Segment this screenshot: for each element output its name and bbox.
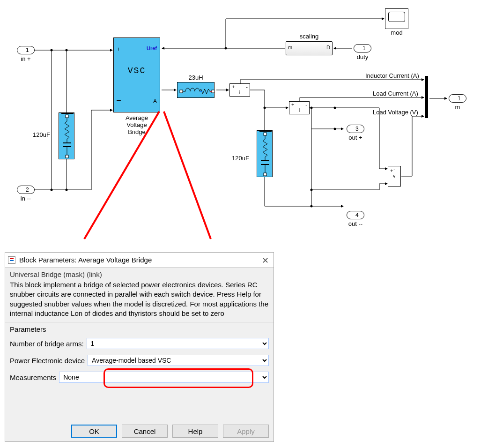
capacitor-output-label: 120uF	[232, 155, 249, 162]
outport-num: 3	[355, 125, 359, 133]
svg-point-2	[51, 189, 53, 191]
scaling-title: scaling	[286, 33, 333, 40]
scope-block[interactable]	[385, 8, 408, 29]
outport-out-plus-label: out +	[345, 134, 366, 141]
scaling-d-port: D	[326, 45, 330, 50]
bridge-arms-select[interactable]: 1	[87, 338, 269, 349]
sensor-symbol: i	[230, 90, 250, 95]
vsc-block[interactable]: + – Uref A VSC	[113, 37, 160, 112]
outport-num: 4	[355, 211, 359, 219]
scaling-m-port: m	[288, 45, 292, 50]
capacitor-output-block[interactable]	[257, 130, 273, 177]
outport-out-minus[interactable]: 4	[347, 211, 364, 219]
power-device-label: Power Electronic device	[10, 357, 85, 365]
svg-point-10	[225, 47, 227, 50]
inport-in-minus-label: in --	[17, 195, 35, 202]
capacitor-input-block[interactable]	[59, 112, 74, 159]
inductor-label: 23uH	[177, 74, 214, 81]
sensor-minus: -	[246, 84, 248, 90]
svg-point-8	[334, 107, 336, 109]
dialog-title: Block Parameters: Average Voltage Bridge	[19, 256, 152, 264]
outport-m[interactable]: 1	[449, 94, 466, 103]
sensor-plus: +	[291, 102, 294, 107]
dialog-titlebar[interactable]: Block Parameters: Average Voltage Bridge…	[5, 253, 274, 268]
inport-num: 1	[26, 46, 29, 54]
signal-label-load-voltage: Load Voltage (V)	[373, 109, 418, 116]
inport-in-minus[interactable]: 2	[17, 186, 35, 194]
signal-label-load-current: Load Current (A)	[373, 90, 418, 97]
vsc-port-uref: Uref	[147, 45, 157, 51]
voltage-sensor[interactable]: + v -	[388, 166, 401, 187]
svg-point-5	[311, 107, 313, 109]
svg-rect-11	[66, 115, 68, 118]
svg-point-1	[66, 49, 68, 52]
svg-point-6	[334, 128, 336, 130]
svg-point-9	[311, 189, 313, 191]
row-bridge-arms: Number of bridge arms: 1	[5, 335, 274, 352]
signal-label-inductor-current: Inductor Current (A)	[365, 72, 419, 79]
current-sensor-2[interactable]: + i -	[289, 101, 310, 114]
dialog-description: This block implement a bridge of selecte…	[5, 279, 274, 322]
current-sensor-1[interactable]: + i -	[229, 83, 250, 97]
capacitor-input-label: 120uF	[33, 131, 50, 138]
inductor-block[interactable]	[177, 82, 214, 98]
simulink-diagram: 1 in + 2 in -- 120uF + – Uref A VSC Aver…	[5, 5, 482, 248]
svg-point-4	[264, 107, 266, 109]
parameters-heading: Parameters	[5, 322, 274, 335]
row-measurements: Measurements None	[5, 369, 274, 386]
outport-out-minus-label: out --	[344, 220, 367, 227]
svg-point-0	[51, 49, 53, 52]
svg-line-18	[164, 112, 211, 239]
wiring-layer	[5, 5, 482, 248]
svg-rect-12	[66, 155, 68, 158]
measurements-label: Measurements	[10, 373, 56, 381]
block-parameters-dialog[interactable]: Block Parameters: Average Voltage Bridge…	[5, 252, 274, 442]
inport-num: 2	[26, 186, 29, 194]
sensor-minus: -	[390, 166, 399, 186]
inport-num: 1	[362, 45, 366, 52]
bridge-arms-label: Number of bridge arms:	[10, 340, 84, 348]
mux-block[interactable]	[425, 76, 428, 118]
outport-m-label: m	[449, 104, 466, 111]
svg-rect-13	[180, 90, 183, 93]
outport-num: 1	[458, 95, 461, 102]
inport-duty[interactable]: 1	[354, 44, 371, 52]
vsc-port-a: A	[153, 98, 157, 105]
sensor-plus: +	[232, 84, 235, 90]
help-button[interactable]: Help	[172, 425, 218, 438]
sensor-minus: -	[305, 102, 307, 107]
svg-point-7	[311, 205, 313, 208]
svg-rect-16	[264, 173, 266, 176]
svg-point-3	[66, 189, 68, 191]
row-power-device: Power Electronic device Average-model ba…	[5, 352, 274, 369]
vsc-caption: Average Voltage Bridge	[113, 114, 160, 135]
scope-label: mod	[385, 29, 408, 36]
ok-button[interactable]: OK	[71, 425, 117, 438]
scaling-block[interactable]: m D	[286, 41, 333, 55]
apply-button[interactable]: Apply	[223, 425, 269, 438]
vsc-title: VSC	[114, 66, 160, 75]
cancel-button[interactable]: Cancel	[122, 425, 168, 438]
vsc-port-minus: –	[117, 96, 121, 105]
inport-duty-label: duty	[354, 53, 371, 60]
mask-title: Universal Bridge (mask) (link)	[5, 268, 274, 279]
close-icon[interactable]: ✕	[262, 255, 269, 266]
svg-rect-15	[264, 133, 266, 135]
measurements-select[interactable]: None	[59, 372, 269, 383]
dialog-button-row: OK Cancel Help Apply	[71, 425, 269, 438]
inport-in-plus-label: in +	[17, 55, 35, 62]
vsc-port-plus: +	[117, 45, 120, 52]
power-device-select[interactable]: Average-model based VSC	[88, 355, 269, 366]
sensor-symbol: i	[289, 107, 309, 113]
simulink-icon	[8, 256, 15, 264]
inport-in-plus[interactable]: 1	[17, 46, 35, 54]
outport-out-plus[interactable]: 3	[347, 125, 364, 133]
